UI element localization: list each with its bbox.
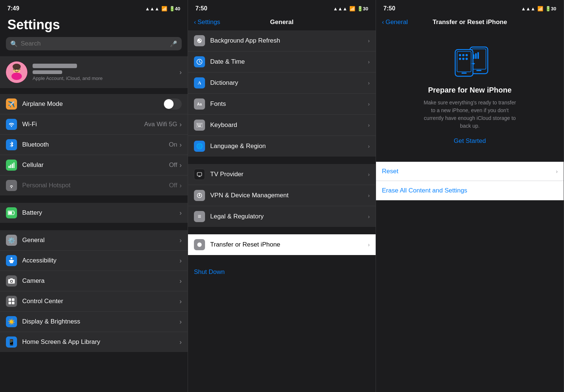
svg-rect-18 [9,302,11,304]
transfer-chevron: › [368,242,370,248]
home-screen-item[interactable]: 📱 Home Screen & App Library › [0,332,188,352]
cellular-value: Off [169,161,177,169]
cellular-label: Cellular [22,161,169,169]
hotspot-item[interactable]: Personal Hotspot Off › [0,175,188,195]
keyboard-icon [194,120,205,131]
svg-point-45 [462,54,464,56]
profile-chevron: › [179,68,182,76]
transfer-reset-item[interactable]: Transfer or Reset iPhone › [188,234,376,255]
cellular-item[interactable]: Cellular Off › [0,155,188,175]
battery-icon-1: 🔋40 [169,6,180,11]
get-started-button[interactable]: Get Started [454,137,486,145]
airplane-mode-toggle[interactable] [163,98,182,110]
transfer-reset-panel: 7:50 ▲▲▲ 📶 🔋30 ‹ General Transfer or Res… [376,0,564,392]
accessibility-icon [6,255,17,266]
prepare-desc: Make sure everything's ready to transfer… [422,99,518,130]
general-list-2: TV Provider › VPN & Device Management › … [188,164,376,227]
battery-item[interactable]: Battery › [0,203,188,223]
back-chevron-icon: ‹ [194,19,196,26]
general-chevron: › [179,237,182,244]
svg-point-49 [466,58,468,60]
svg-point-48 [462,58,464,60]
wifi-label: Wi-Fi [22,121,144,128]
control-center-item[interactable]: Control Center › [0,291,188,312]
hotspot-value: Off [169,182,177,189]
section-gap-3 [188,255,376,262]
dictionary-item[interactable]: A Dictionary › [188,73,376,94]
legal-label: Legal & Regulatory [210,213,368,220]
search-icon: 🔍 [10,40,18,47]
shutdown-button[interactable]: Shut Down [188,262,376,282]
svg-rect-9 [9,166,10,168]
reset-section: Reset › Erase All Content and Settings [376,162,564,200]
toggle-knob [164,99,174,109]
legal-item[interactable]: ≡ Legal & Regulatory › [188,206,376,227]
general-list: Background App Refresh › Date & Time › A… [188,30,376,157]
svg-rect-10 [10,165,11,168]
keyboard-item[interactable]: Keyboard › [188,115,376,136]
bluetooth-value: On [169,141,177,148]
fonts-icon: Aa [194,98,205,110]
tv-provider-item[interactable]: TV Provider › [188,164,376,185]
status-icons-3: ▲▲▲ 📶 🔋30 [521,6,556,11]
svg-rect-27 [199,125,199,125]
time-1: 7:49 [7,5,19,12]
home-screen-icon: 📱 [6,336,17,348]
hotspot-label: Personal Hotspot [22,182,169,189]
bg-refresh-item[interactable]: Background App Refresh › [188,30,376,51]
wifi-value: Ava Wifi 5G [144,121,177,128]
svg-rect-25 [201,124,202,124]
settings-panel: 7:49 ▲▲▲ 📶 🔋40 Settings 🔍 🎤 [0,0,188,392]
system-section: ⚙️ General › Accessibility › Camera › Co… [0,230,188,352]
hotspot-icon [6,180,17,191]
wifi-icon-1: 📶 [161,6,167,11]
svg-rect-22 [197,124,198,124]
camera-icon [6,275,17,287]
language-item[interactable]: 🌐 Language & Region › [188,136,376,157]
svg-rect-37 [476,70,481,71]
transfer-title: Transfer or Reset iPhone [433,19,507,26]
wifi-icon-3: 📶 [537,6,543,11]
date-time-label: Date & Time [210,58,368,66]
tv-provider-chevron: › [368,171,370,177]
reset-item[interactable]: Reset › [376,162,564,181]
svg-rect-43 [461,73,467,74]
fonts-item[interactable]: Aa Fonts › [188,94,376,115]
search-bar[interactable]: 🔍 🎤 [6,37,182,50]
bluetooth-item[interactable]: Bluetooth On › [0,135,188,155]
general-back-button[interactable]: ‹ Settings [194,19,220,26]
svg-rect-39 [475,53,477,59]
dictionary-icon: A [194,77,205,88]
home-screen-label: Home Screen & App Library [22,338,179,346]
back-label: Settings [198,19,220,26]
general-item[interactable]: ⚙️ General › [0,230,188,251]
bg-refresh-chevron: › [368,38,370,44]
camera-item[interactable]: Camera › [0,271,188,291]
accessibility-label: Accessibility [22,257,179,264]
vpn-label: VPN & Device Management [210,192,368,199]
wifi-icon [6,119,17,130]
signal-icon-3: ▲▲▲ [521,6,536,11]
vpn-item[interactable]: VPN & Device Management › [188,185,376,206]
profile-card[interactable]: Apple Account, iCloud, and more › [0,56,188,88]
status-bar-3: 7:50 ▲▲▲ 📶 🔋30 [376,0,564,14]
transfer-back-label: General [386,19,408,26]
display-item[interactable]: ☀️ Display & Brightness › [0,312,188,332]
erase-item[interactable]: Erase All Content and Settings [376,181,564,200]
signal-icon-1: ▲▲▲ [145,6,160,11]
bluetooth-icon [6,139,17,150]
svg-rect-23 [199,124,199,124]
svg-rect-17 [12,298,14,301]
control-center-chevron: › [179,298,182,305]
svg-rect-26 [197,125,198,125]
search-input[interactable] [21,40,167,47]
wifi-item[interactable]: Wi-Fi Ava Wifi 5G › [0,114,188,135]
date-time-item[interactable]: Date & Time › [188,51,376,73]
accessibility-item[interactable]: Accessibility › [0,251,188,271]
vpn-chevron: › [368,192,370,198]
airplane-mode-item[interactable]: ✈️ Airplane Mode [0,94,188,114]
signal-icon-2: ▲▲▲ [333,6,348,11]
svg-marker-50 [473,63,475,65]
transfer-back-button[interactable]: ‹ General [382,19,408,26]
dictionary-label: Dictionary [210,79,368,87]
